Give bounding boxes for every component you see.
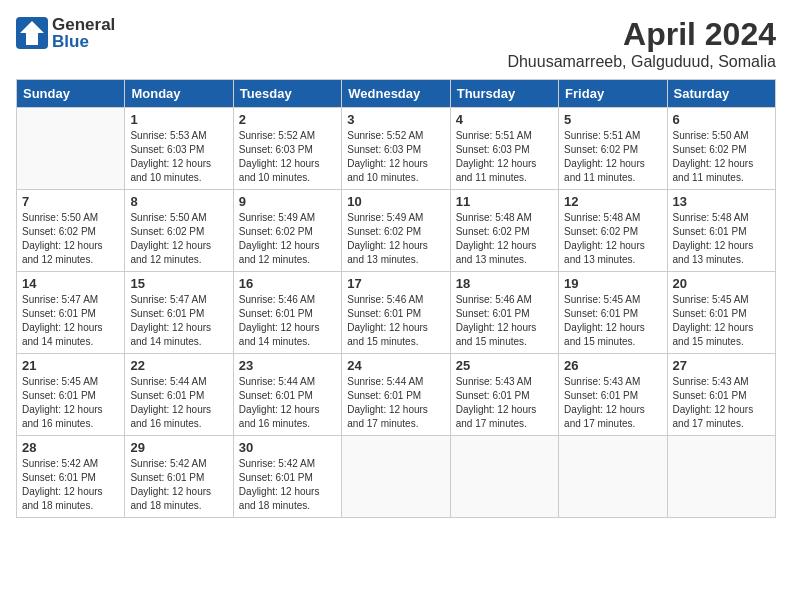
cell-content: Sunrise: 5:44 AMSunset: 6:01 PMDaylight:…	[239, 375, 336, 431]
day-number: 10	[347, 194, 444, 209]
weekday-header: Saturday	[667, 80, 775, 108]
weekday-header: Tuesday	[233, 80, 341, 108]
location-title: Dhuusamarreeb, Galguduud, Somalia	[507, 53, 776, 71]
day-number: 1	[130, 112, 227, 127]
calendar-cell: 6Sunrise: 5:50 AMSunset: 6:02 PMDaylight…	[667, 108, 775, 190]
cell-content: Sunrise: 5:45 AMSunset: 6:01 PMDaylight:…	[673, 293, 770, 349]
calendar-table: SundayMondayTuesdayWednesdayThursdayFrid…	[16, 79, 776, 518]
calendar-cell: 18Sunrise: 5:46 AMSunset: 6:01 PMDayligh…	[450, 272, 558, 354]
cell-content: Sunrise: 5:47 AMSunset: 6:01 PMDaylight:…	[22, 293, 119, 349]
day-number: 2	[239, 112, 336, 127]
calendar-week-row: 14Sunrise: 5:47 AMSunset: 6:01 PMDayligh…	[17, 272, 776, 354]
day-number: 17	[347, 276, 444, 291]
cell-content: Sunrise: 5:46 AMSunset: 6:01 PMDaylight:…	[347, 293, 444, 349]
calendar-cell: 13Sunrise: 5:48 AMSunset: 6:01 PMDayligh…	[667, 190, 775, 272]
cell-content: Sunrise: 5:51 AMSunset: 6:02 PMDaylight:…	[564, 129, 661, 185]
calendar-cell	[450, 436, 558, 518]
calendar-week-row: 1Sunrise: 5:53 AMSunset: 6:03 PMDaylight…	[17, 108, 776, 190]
calendar-cell: 27Sunrise: 5:43 AMSunset: 6:01 PMDayligh…	[667, 354, 775, 436]
calendar-cell: 23Sunrise: 5:44 AMSunset: 6:01 PMDayligh…	[233, 354, 341, 436]
logo-general: General	[52, 16, 115, 33]
day-number: 25	[456, 358, 553, 373]
calendar-cell: 8Sunrise: 5:50 AMSunset: 6:02 PMDaylight…	[125, 190, 233, 272]
cell-content: Sunrise: 5:42 AMSunset: 6:01 PMDaylight:…	[239, 457, 336, 513]
day-number: 18	[456, 276, 553, 291]
calendar-cell: 28Sunrise: 5:42 AMSunset: 6:01 PMDayligh…	[17, 436, 125, 518]
logo-icon	[16, 17, 48, 49]
calendar-cell: 11Sunrise: 5:48 AMSunset: 6:02 PMDayligh…	[450, 190, 558, 272]
day-number: 29	[130, 440, 227, 455]
cell-content: Sunrise: 5:48 AMSunset: 6:02 PMDaylight:…	[456, 211, 553, 267]
cell-content: Sunrise: 5:53 AMSunset: 6:03 PMDaylight:…	[130, 129, 227, 185]
calendar-cell: 3Sunrise: 5:52 AMSunset: 6:03 PMDaylight…	[342, 108, 450, 190]
calendar-header-row: SundayMondayTuesdayWednesdayThursdayFrid…	[17, 80, 776, 108]
cell-content: Sunrise: 5:44 AMSunset: 6:01 PMDaylight:…	[130, 375, 227, 431]
calendar-cell: 12Sunrise: 5:48 AMSunset: 6:02 PMDayligh…	[559, 190, 667, 272]
day-number: 27	[673, 358, 770, 373]
day-number: 11	[456, 194, 553, 209]
calendar-cell: 10Sunrise: 5:49 AMSunset: 6:02 PMDayligh…	[342, 190, 450, 272]
calendar-cell: 14Sunrise: 5:47 AMSunset: 6:01 PMDayligh…	[17, 272, 125, 354]
day-number: 3	[347, 112, 444, 127]
cell-content: Sunrise: 5:52 AMSunset: 6:03 PMDaylight:…	[347, 129, 444, 185]
logo-blue: Blue	[52, 33, 115, 50]
cell-content: Sunrise: 5:48 AMSunset: 6:02 PMDaylight:…	[564, 211, 661, 267]
day-number: 16	[239, 276, 336, 291]
day-number: 22	[130, 358, 227, 373]
weekday-header: Friday	[559, 80, 667, 108]
day-number: 23	[239, 358, 336, 373]
calendar-cell: 5Sunrise: 5:51 AMSunset: 6:02 PMDaylight…	[559, 108, 667, 190]
cell-content: Sunrise: 5:42 AMSunset: 6:01 PMDaylight:…	[22, 457, 119, 513]
calendar-cell	[17, 108, 125, 190]
cell-content: Sunrise: 5:52 AMSunset: 6:03 PMDaylight:…	[239, 129, 336, 185]
cell-content: Sunrise: 5:49 AMSunset: 6:02 PMDaylight:…	[347, 211, 444, 267]
calendar-cell: 20Sunrise: 5:45 AMSunset: 6:01 PMDayligh…	[667, 272, 775, 354]
calendar-week-row: 28Sunrise: 5:42 AMSunset: 6:01 PMDayligh…	[17, 436, 776, 518]
calendar-cell: 19Sunrise: 5:45 AMSunset: 6:01 PMDayligh…	[559, 272, 667, 354]
cell-content: Sunrise: 5:50 AMSunset: 6:02 PMDaylight:…	[673, 129, 770, 185]
cell-content: Sunrise: 5:50 AMSunset: 6:02 PMDaylight:…	[130, 211, 227, 267]
day-number: 15	[130, 276, 227, 291]
calendar-cell: 29Sunrise: 5:42 AMSunset: 6:01 PMDayligh…	[125, 436, 233, 518]
calendar-cell: 4Sunrise: 5:51 AMSunset: 6:03 PMDaylight…	[450, 108, 558, 190]
day-number: 30	[239, 440, 336, 455]
day-number: 4	[456, 112, 553, 127]
cell-content: Sunrise: 5:43 AMSunset: 6:01 PMDaylight:…	[456, 375, 553, 431]
cell-content: Sunrise: 5:44 AMSunset: 6:01 PMDaylight:…	[347, 375, 444, 431]
day-number: 5	[564, 112, 661, 127]
day-number: 14	[22, 276, 119, 291]
calendar-cell: 7Sunrise: 5:50 AMSunset: 6:02 PMDaylight…	[17, 190, 125, 272]
calendar-cell	[667, 436, 775, 518]
page-header: General Blue April 2024 Dhuusamarreeb, G…	[16, 16, 776, 71]
calendar-cell: 25Sunrise: 5:43 AMSunset: 6:01 PMDayligh…	[450, 354, 558, 436]
day-number: 19	[564, 276, 661, 291]
day-number: 21	[22, 358, 119, 373]
calendar-cell	[342, 436, 450, 518]
cell-content: Sunrise: 5:46 AMSunset: 6:01 PMDaylight:…	[239, 293, 336, 349]
weekday-header: Sunday	[17, 80, 125, 108]
cell-content: Sunrise: 5:43 AMSunset: 6:01 PMDaylight:…	[673, 375, 770, 431]
cell-content: Sunrise: 5:50 AMSunset: 6:02 PMDaylight:…	[22, 211, 119, 267]
day-number: 28	[22, 440, 119, 455]
cell-content: Sunrise: 5:43 AMSunset: 6:01 PMDaylight:…	[564, 375, 661, 431]
calendar-cell: 22Sunrise: 5:44 AMSunset: 6:01 PMDayligh…	[125, 354, 233, 436]
calendar-cell: 2Sunrise: 5:52 AMSunset: 6:03 PMDaylight…	[233, 108, 341, 190]
calendar-cell: 21Sunrise: 5:45 AMSunset: 6:01 PMDayligh…	[17, 354, 125, 436]
weekday-header: Thursday	[450, 80, 558, 108]
cell-content: Sunrise: 5:47 AMSunset: 6:01 PMDaylight:…	[130, 293, 227, 349]
calendar-cell: 26Sunrise: 5:43 AMSunset: 6:01 PMDayligh…	[559, 354, 667, 436]
day-number: 24	[347, 358, 444, 373]
cell-content: Sunrise: 5:46 AMSunset: 6:01 PMDaylight:…	[456, 293, 553, 349]
day-number: 8	[130, 194, 227, 209]
calendar-cell	[559, 436, 667, 518]
day-number: 9	[239, 194, 336, 209]
calendar-cell: 1Sunrise: 5:53 AMSunset: 6:03 PMDaylight…	[125, 108, 233, 190]
cell-content: Sunrise: 5:49 AMSunset: 6:02 PMDaylight:…	[239, 211, 336, 267]
title-section: April 2024 Dhuusamarreeb, Galguduud, Som…	[507, 16, 776, 71]
day-number: 12	[564, 194, 661, 209]
day-number: 26	[564, 358, 661, 373]
calendar-cell: 17Sunrise: 5:46 AMSunset: 6:01 PMDayligh…	[342, 272, 450, 354]
cell-content: Sunrise: 5:45 AMSunset: 6:01 PMDaylight:…	[22, 375, 119, 431]
calendar-week-row: 21Sunrise: 5:45 AMSunset: 6:01 PMDayligh…	[17, 354, 776, 436]
cell-content: Sunrise: 5:42 AMSunset: 6:01 PMDaylight:…	[130, 457, 227, 513]
